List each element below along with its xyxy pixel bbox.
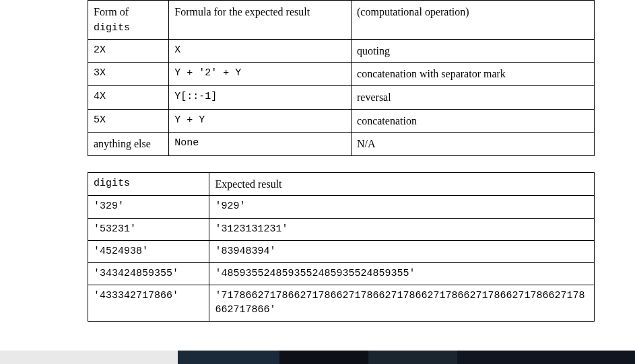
cell-form: 3X (88, 63, 169, 86)
cell-result: '929' (209, 196, 595, 218)
cell-formula: Y + Y (169, 109, 352, 133)
table-header-row: digits Expected result (88, 172, 595, 196)
header-formula: Formula for the expected result (169, 1, 352, 40)
table-row: 4X Y[::-1] reversal (88, 86, 595, 110)
cell-digits: '329' (88, 196, 209, 218)
table-row: '4524938' '83948394' (88, 240, 595, 262)
cell-result: '83948394' (209, 240, 595, 262)
cell-result: '717866271786627178662717866271786627178… (209, 285, 595, 322)
cell-operation: N/A (352, 133, 595, 156)
cell-result: '4859355248593552485935524859355' (209, 263, 595, 285)
header-expected-result: Expected result (209, 172, 595, 196)
cell-operation: quoting (352, 39, 595, 63)
table-row: '433342717866' '717866271786627178662717… (88, 285, 595, 322)
header-form-line2: digits (94, 22, 130, 34)
header-operation: (computational operation) (352, 1, 595, 40)
rules-table: Form of digits Formula for the expected … (88, 0, 595, 156)
taskbar (0, 351, 635, 364)
header-digits: digits (88, 172, 209, 196)
table-row: anything else None N/A (88, 133, 595, 156)
cell-digits: '53231' (88, 218, 209, 240)
cell-formula: None (169, 133, 352, 156)
table-row: '53231' '3123131231' (88, 218, 595, 240)
cell-formula: Y + '2' + Y (169, 63, 352, 86)
examples-table: digits Expected result '329' '929' '5323… (88, 172, 595, 322)
cell-digits: '4524938' (88, 240, 209, 262)
cell-formula: Y[::-1] (169, 86, 352, 110)
cell-digits: '343424859355' (88, 263, 209, 285)
cell-operation: concatenation with separator mark (352, 63, 595, 86)
cell-operation: reversal (352, 86, 595, 110)
cell-digits: '433342717866' (88, 285, 209, 322)
table-row: '343424859355' '485935524859355248593552… (88, 263, 595, 285)
table-header-row: Form of digits Formula for the expected … (88, 1, 595, 40)
header-form-line1: Form of (94, 6, 129, 17)
cell-form: 5X (88, 109, 169, 133)
table-row: 5X Y + Y concatenation (88, 109, 595, 133)
table-row: '329' '929' (88, 196, 595, 218)
table-row: 2X X quoting (88, 39, 595, 63)
cell-form: 4X (88, 86, 169, 110)
cell-form: anything else (88, 133, 169, 156)
cell-operation: concatenation (352, 109, 595, 133)
table-row: 3X Y + '2' + Y concatenation with separa… (88, 63, 595, 86)
cell-formula: X (169, 39, 352, 63)
cell-result: '3123131231' (209, 218, 595, 240)
document-page: Form of digits Formula for the expected … (0, 0, 635, 364)
header-form-of-digits: Form of digits (88, 1, 169, 40)
cell-form: 2X (88, 39, 169, 63)
